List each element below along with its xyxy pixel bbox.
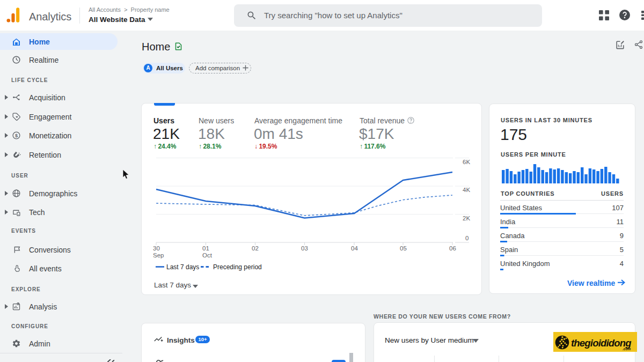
svg-text:Last 7 days: Last 7 days (154, 281, 191, 289)
svg-text:01: 01 (202, 245, 209, 252)
svg-text:Spain: Spain (500, 246, 518, 254)
svg-text:30: 30 (153, 245, 160, 252)
svg-text:175: 175 (500, 125, 527, 143)
svg-text:View realtime: View realtime (567, 279, 615, 287)
svg-text:Sep: Sep (153, 252, 164, 258)
svg-text:4K: 4K (463, 187, 470, 193)
svg-text:Canada: Canada (500, 232, 525, 240)
svg-text:USERS PER MINUTE: USERS PER MINUTE (501, 151, 566, 158)
svg-text:2K: 2K (463, 215, 470, 221)
svg-text:Oct: Oct (202, 252, 213, 258)
svg-text:4: 4 (620, 260, 624, 268)
svg-text:0: 0 (465, 235, 469, 241)
svg-text:USERS: USERS (601, 190, 624, 197)
svg-text:02: 02 (252, 245, 259, 252)
svg-text:06: 06 (449, 245, 456, 252)
svg-text:United Kingdom: United Kingdom (500, 260, 550, 268)
svg-text:.com: .com (623, 347, 631, 351)
svg-text:11: 11 (617, 218, 624, 226)
svg-text:9: 9 (620, 232, 624, 240)
svg-text:04: 04 (351, 245, 358, 252)
svg-text:USERS IN LAST 30 MINUTES: USERS IN LAST 30 MINUTES (501, 117, 592, 123)
svg-text:India: India (500, 218, 516, 226)
svg-text:05: 05 (400, 245, 407, 252)
svg-text:Last 7 days: Last 7 days (166, 263, 199, 271)
svg-text:United States: United States (500, 204, 543, 212)
svg-text:107: 107 (612, 204, 624, 212)
svg-text:$: $ (15, 133, 18, 138)
svg-text:03: 03 (301, 245, 308, 252)
svg-text:5: 5 (620, 246, 624, 254)
svg-text:TOP COUNTRIES: TOP COUNTRIES (501, 190, 554, 197)
svg-text:6K: 6K (463, 159, 470, 165)
svg-text:Preceding period: Preceding period (213, 263, 262, 271)
